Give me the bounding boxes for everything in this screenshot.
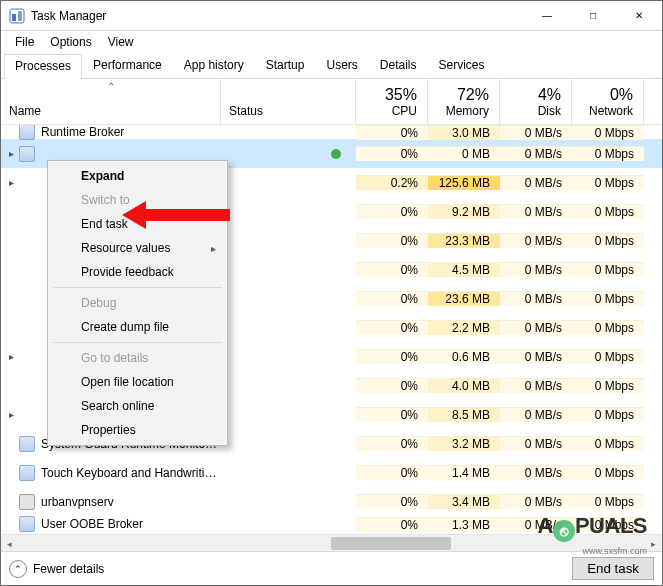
process-name: User OOBE Broker	[41, 517, 143, 531]
svg-rect-1	[12, 14, 16, 21]
table-row[interactable]: urbanvpnserv0%3.4 MB0 MB/s0 Mbps	[1, 487, 662, 516]
cell-net: 0 Mbps	[572, 262, 644, 277]
maximize-button[interactable]: □	[570, 1, 616, 31]
cell-disk: 0 MB/s	[500, 146, 572, 161]
col-mem-pct: 72%	[457, 86, 489, 104]
cell-mem: 3.4 MB	[428, 494, 500, 509]
minimize-button[interactable]: —	[524, 1, 570, 31]
scroll-thumb[interactable]	[331, 537, 451, 550]
cell-net: 0 Mbps	[572, 517, 644, 532]
ctx-separator	[53, 287, 222, 288]
ctx-search-online[interactable]: Search online	[51, 394, 224, 418]
cell-cpu: 0%	[356, 125, 428, 140]
cell-mem: 8.5 MB	[428, 407, 500, 422]
cell-mem: 1.3 MB	[428, 517, 500, 532]
table-row[interactable]: User OOBE Broker0%1.3 MB0 MB/s0 Mbps	[1, 516, 662, 532]
ctx-expand[interactable]: Expand	[51, 164, 224, 188]
cell-mem: 0.6 MB	[428, 349, 500, 364]
cell-status	[221, 148, 356, 160]
cell-net: 0 Mbps	[572, 233, 644, 248]
cell-disk: 0 MB/s	[500, 204, 572, 219]
fewer-details-button[interactable]: ⌃ Fewer details	[9, 560, 104, 578]
fewer-details-label: Fewer details	[33, 562, 104, 576]
cell-disk: 0 MB/s	[500, 378, 572, 393]
horizontal-scrollbar[interactable]: ◂ ▸	[1, 534, 662, 551]
tab-details[interactable]: Details	[369, 53, 428, 78]
cell-cpu: 0%	[356, 465, 428, 480]
cell-cpu: 0%	[356, 233, 428, 248]
process-name: urbanvpnserv	[41, 495, 114, 509]
cell-name: User OOBE Broker	[1, 516, 221, 532]
svg-rect-2	[18, 11, 22, 21]
cell-net: 0 Mbps	[572, 125, 644, 140]
expander-icon[interactable]: ▸	[5, 351, 17, 362]
cell-mem: 0 MB	[428, 146, 500, 161]
chevron-up-icon: ⌃	[9, 560, 27, 578]
process-icon	[19, 436, 35, 452]
col-cpu[interactable]: 35% CPU	[356, 79, 428, 124]
ctx-go-to-details[interactable]: Go to details	[51, 346, 224, 370]
tab-processes[interactable]: Processes	[4, 54, 82, 79]
window-controls: — □ ✕	[524, 1, 662, 31]
close-button[interactable]: ✕	[616, 1, 662, 31]
cell-disk: 0 MB/s	[500, 465, 572, 480]
col-net-label: Network	[589, 104, 633, 118]
cell-cpu: 0%	[356, 494, 428, 509]
cell-net: 0 Mbps	[572, 146, 644, 161]
cell-name: urbanvpnserv	[1, 494, 221, 510]
table-row[interactable]: Runtime Broker0%3.0 MB0 MB/s0 Mbps	[1, 125, 662, 139]
cell-cpu: 0%	[356, 146, 428, 161]
cell-disk: 0 MB/s	[500, 233, 572, 248]
cell-name: Touch Keyboard and Handwriti…	[1, 465, 221, 481]
cell-net: 0 Mbps	[572, 494, 644, 509]
cell-name: Runtime Broker	[1, 125, 221, 140]
col-status[interactable]: Status	[221, 79, 356, 124]
expander-icon[interactable]: ▸	[5, 177, 17, 188]
process-icon	[19, 465, 35, 481]
ctx-resource-values[interactable]: Resource values	[51, 236, 224, 260]
table-row[interactable]: Touch Keyboard and Handwriti…0%1.4 MB0 M…	[1, 458, 662, 487]
cell-net: 0 Mbps	[572, 291, 644, 306]
col-memory[interactable]: 72% Memory	[428, 79, 500, 124]
expander-icon[interactable]: ▸	[5, 409, 17, 420]
tab-users[interactable]: Users	[315, 53, 368, 78]
cell-mem: 9.2 MB	[428, 204, 500, 219]
cell-net: 0 Mbps	[572, 378, 644, 393]
tab-services[interactable]: Services	[428, 53, 496, 78]
cell-cpu: 0%	[356, 517, 428, 532]
ctx-debug[interactable]: Debug	[51, 291, 224, 315]
col-name-label: Name	[9, 104, 220, 118]
cell-mem: 2.2 MB	[428, 320, 500, 335]
cell-mem: 4.5 MB	[428, 262, 500, 277]
ctx-open-location[interactable]: Open file location	[51, 370, 224, 394]
col-name[interactable]: ⌃ Name	[1, 79, 221, 124]
ctx-create-dump[interactable]: Create dump file	[51, 315, 224, 339]
process-icon	[19, 494, 35, 510]
process-name: Touch Keyboard and Handwriti…	[41, 466, 216, 480]
menu-options[interactable]: Options	[42, 33, 99, 51]
col-disk-pct: 4%	[538, 86, 561, 104]
cell-disk: 0 MB/s	[500, 125, 572, 140]
col-disk[interactable]: 4% Disk	[500, 79, 572, 124]
col-network[interactable]: 0% Network	[572, 79, 644, 124]
ctx-properties[interactable]: Properties	[51, 418, 224, 442]
scroll-left-icon[interactable]: ◂	[1, 535, 18, 552]
svg-point-3	[331, 149, 341, 159]
cell-disk: 0 MB/s	[500, 517, 572, 532]
expander-icon[interactable]: ▸	[5, 148, 17, 159]
cell-mem: 3.0 MB	[428, 125, 500, 140]
process-icon	[19, 516, 35, 532]
menu-view[interactable]: View	[100, 33, 142, 51]
ctx-separator	[53, 342, 222, 343]
end-task-button[interactable]: End task	[572, 557, 654, 580]
ctx-feedback[interactable]: Provide feedback	[51, 260, 224, 284]
scroll-right-icon[interactable]: ▸	[645, 535, 662, 552]
menu-file[interactable]: File	[7, 33, 42, 51]
tab-app-history[interactable]: App history	[173, 53, 255, 78]
col-status-label: Status	[229, 104, 355, 118]
tab-performance[interactable]: Performance	[82, 53, 173, 78]
tab-startup[interactable]: Startup	[255, 53, 316, 78]
svg-marker-4	[122, 201, 230, 229]
cell-disk: 0 MB/s	[500, 320, 572, 335]
cell-disk: 0 MB/s	[500, 436, 572, 451]
